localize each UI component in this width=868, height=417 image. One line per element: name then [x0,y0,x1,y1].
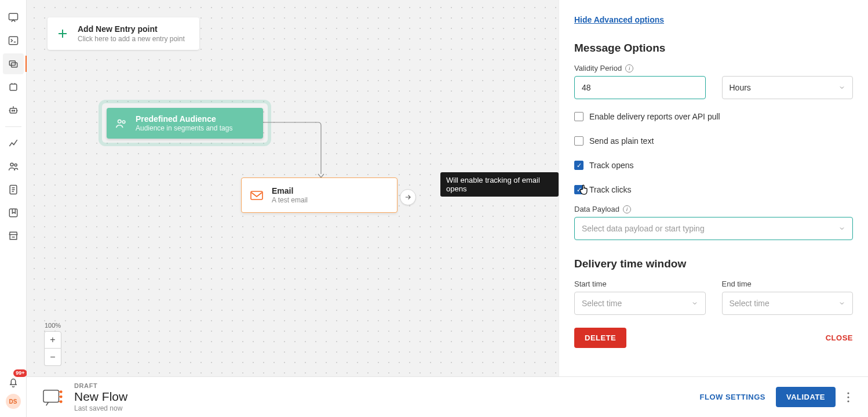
data-payload-select[interactable]: Select data payload or start typing [574,217,853,240]
footer-bar: DRAFT New Flow Last saved now FLOW SETTI… [27,376,868,417]
left-nav-rail: 99+ DS [0,0,27,417]
audience-node-subtitle: Audience in segments and tags [136,124,232,132]
flow-icon [42,387,65,408]
track-clicks-checkbox[interactable]: ✓ Track clicks [574,185,853,194]
checkbox-label: Send as plain text [589,136,654,146]
close-button[interactable]: CLOSE [826,333,853,342]
svg-point-9 [14,164,17,166]
more-menu-icon[interactable] [844,389,853,406]
email-node-subtitle: A test email [272,196,308,204]
svg-rect-15 [43,390,59,402]
chevron-down-icon [838,225,845,232]
zoom-out-button[interactable]: − [44,349,61,366]
track-opens-tooltip: Will enable tracking of email opens [440,172,559,197]
start-time-placeholder: Select time [582,299,622,308]
end-time-label: End time [722,280,854,288]
entry-card-title: Add New Entry point [78,24,185,34]
svg-point-7 [13,110,14,111]
message-options-heading: Message Options [574,42,853,55]
delete-button[interactable]: DELETE [574,328,626,348]
info-icon[interactable]: i [623,205,631,213]
validity-unit-value: Hours [730,83,751,92]
nav-people-icon[interactable] [3,156,24,177]
validity-period-input[interactable] [574,76,706,99]
validate-button[interactable]: VALIDATE [776,387,836,407]
checkbox-unchecked-icon [574,112,583,121]
data-payload-placeholder: Select data payload or start typing [582,224,705,233]
email-node-title: Email [272,186,308,195]
chevron-down-icon [838,300,845,307]
checkbox-unchecked-icon [574,136,583,146]
nav-flow-icon[interactable] [3,53,24,74]
nav-conversations-icon[interactable] [3,7,24,28]
nav-terminal-icon[interactable] [3,30,24,51]
svg-point-19 [847,392,849,394]
checkbox-label: Enable delivery reports over API pull [589,112,720,121]
svg-rect-0 [9,13,17,20]
track-opens-checkbox[interactable]: ✓ Track opens [574,161,853,170]
nav-bot-icon[interactable] [3,100,24,121]
nav-docs-icon[interactable] [3,179,24,200]
svg-point-8 [10,163,13,166]
email-icon [250,190,264,201]
zoom-level-label: 100% [45,322,61,329]
nav-bookmark-icon[interactable] [3,202,24,223]
checkbox-checked-icon: ✓ [574,185,583,194]
hide-advanced-link[interactable]: Hide Advanced options [574,15,664,24]
flow-title[interactable]: New Flow [74,390,127,404]
checkbox-checked-icon: ✓ [574,161,583,170]
email-node[interactable]: Email A test email [241,177,397,213]
delivery-window-heading: Delivery time window [574,258,853,270]
entry-card-subtitle: Click here to add a new entry point [78,35,185,43]
nav-analytics-icon[interactable] [3,133,24,154]
nav-broadcast-icon[interactable] [3,77,24,97]
svg-rect-14 [251,191,262,200]
nav-store-icon[interactable] [3,226,24,246]
zoom-in-button[interactable]: + [44,331,61,349]
predefined-audience-node[interactable]: Predefined Audience Audience in segments… [107,108,263,139]
flow-status-badge: DRAFT [74,382,127,389]
validity-period-label: Validity Period i [574,64,853,72]
checkbox-label: Track opens [589,161,634,170]
svg-point-6 [12,110,13,111]
data-payload-label: Data Payload i [574,205,853,213]
zoom-control: 100% + − [44,322,61,366]
svg-rect-4 [10,84,17,90]
info-icon[interactable]: i [625,64,633,72]
notifications-icon[interactable]: 99+ [3,372,24,393]
flow-last-saved: Last saved now [74,404,127,412]
flow-canvas[interactable]: Add New Entry point Click here to add a … [27,0,559,376]
validity-unit-select[interactable]: Hours [722,76,854,99]
svg-rect-1 [9,37,17,44]
svg-point-21 [847,400,849,402]
avatar[interactable]: DS [6,394,21,409]
checkbox-label: Track clicks [589,185,632,194]
audience-icon [115,117,127,130]
audience-node-title: Predefined Audience [136,114,232,124]
chevron-down-icon [838,84,845,91]
end-time-select[interactable]: Select time [722,292,854,315]
connector-line [263,122,344,180]
svg-rect-5 [10,108,17,113]
send-plain-text-checkbox[interactable]: Send as plain text [574,136,853,146]
notifications-badge: 99+ [13,369,27,377]
start-time-label: Start time [574,280,706,288]
plus-icon [56,27,70,41]
flow-settings-button[interactable]: FLOW SETTINGS [700,393,765,401]
chevron-down-icon [691,300,698,307]
svg-point-12 [118,119,122,123]
svg-point-20 [847,396,849,398]
end-time-placeholder: Select time [730,299,769,308]
start-time-select[interactable]: Select time [574,292,706,315]
enable-delivery-reports-checkbox[interactable]: Enable delivery reports over API pull [574,112,853,121]
add-entry-point-card[interactable]: Add New Entry point Click here to add a … [48,17,199,50]
svg-point-13 [122,120,125,123]
email-settings-panel: Hide Advanced options Message Options Va… [559,0,868,376]
email-node-output-port[interactable] [400,189,416,205]
